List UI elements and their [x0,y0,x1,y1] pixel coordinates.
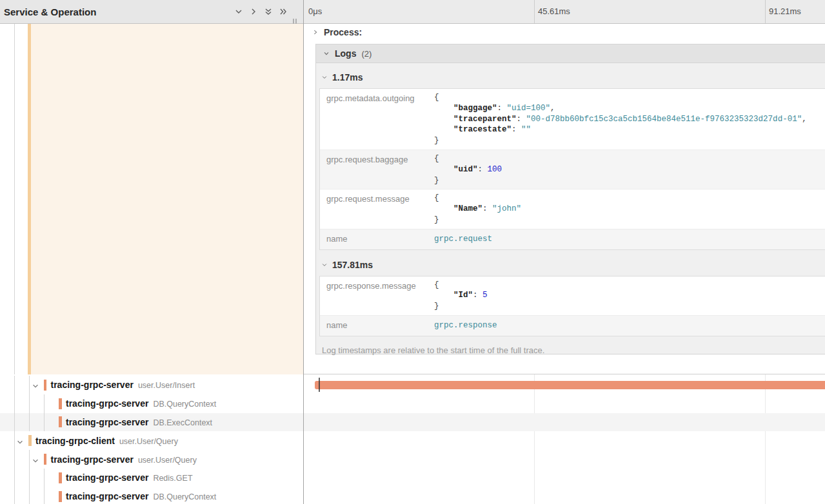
span-operation-name: DB.QueryContext [153,492,216,501]
process-label: Process: [324,27,362,37]
log-timestamp: 157.81ms [332,260,373,270]
span-service-name: tracing-grpc-serverDB.QueryContext [66,398,216,409]
indent-guide [29,376,30,394]
ruler-tick-label: 0μs [308,0,322,23]
keyvalue-row: namegrpc.request [320,229,825,249]
double-chevron-right-icon [279,7,288,16]
log-keyvalues-table: grpc.metadata.outgoing{ "baggage": "uid=… [319,88,825,250]
indent-guide [14,413,15,432]
log-marker-tick[interactable] [319,378,320,392]
keyvalue-value: grpc.request [434,229,825,249]
indent-guide [29,394,30,413]
span-operation-name: user.User/Query [138,456,197,465]
indent-guide [44,487,45,504]
chevron-down-icon [321,74,328,81]
log-entry-toggle[interactable]: 157.81ms [321,250,825,271]
span-color-bar [59,472,62,483]
code-value: grpc.request [434,233,825,246]
collapse-controls [234,7,303,16]
log-timestamp: 1.17ms [332,72,363,82]
indent-guide [14,469,15,487]
span-service-name: tracing-grpc-serverRedis.GET [66,472,193,483]
span-rows: tracing-grpc-serveruser.User/Inserttraci… [0,374,825,504]
trace-timeline-view: { "header": { "title": "Service & Operat… [0,0,825,504]
chevron-down-icon [32,382,39,390]
service-operation-header: Service & Operation [0,0,303,24]
span-color-bar [28,435,32,446]
keyvalue-value: { "Id": 5 } [434,276,825,315]
keyvalue-row: namegrpc.response [320,315,825,336]
indent-guide [14,450,15,469]
chevron-right-icon [249,7,258,16]
keyvalue-key: grpc.metadata.outgoing [320,89,434,150]
chevron-down-icon [16,438,24,446]
span-service-name: tracing-grpc-clientuser.User/Query [35,436,178,446]
indent-guide [14,394,15,413]
span-detail-panel: Process: Logs (2) 1.17msgrpc.metadata.ou… [304,24,825,374]
indent-guide [29,450,30,469]
keyvalue-key: name [320,229,434,249]
span-color-bar [59,416,62,427]
span-expand-chevron[interactable] [32,456,39,463]
json-value: { "uid": 100 } [434,153,825,186]
ruler-tick-line [765,0,766,23]
indent-guide [14,376,15,394]
code-value: grpc.response [434,319,825,333]
logs-accordion-header[interactable]: Logs (2) [316,44,825,63]
span-duration-bar[interactable] [315,381,825,389]
expand-one-level-icon[interactable] [234,7,243,16]
span-row[interactable]: tracing-grpc-serverRedis.GET [0,469,825,487]
keyvalue-row: grpc.metadata.outgoing{ "baggage": "uid=… [320,89,825,150]
keyvalue-value: grpc.response [434,316,825,336]
span-operation-name: user.User/Insert [138,381,195,390]
keyvalue-row: grpc.request.message{ "Name": "john" } [320,189,825,228]
span-color-bar [59,398,62,409]
span-row[interactable]: tracing-grpc-serverDB.QueryContext [0,487,825,504]
chevron-right-icon [312,29,319,35]
span-expand-chevron[interactable] [16,437,24,445]
service-operation-title: Service & Operation [0,6,234,17]
keyvalue-value: { "uid": 100 } [434,150,825,189]
span-service-name: tracing-grpc-serveruser.User/Insert [51,380,195,390]
chevron-down-icon [321,262,328,268]
keyvalue-row: grpc.request.baggage{ "uid": 100 } [320,150,825,189]
indent-guide [44,469,45,487]
indent-guide [29,413,30,432]
logs-count: (2) [361,49,372,59]
json-value: { "Name": "john" } [434,193,825,225]
indent-guide [44,394,45,413]
double-chevron-down-icon [264,7,273,16]
span-color-bar [44,380,47,391]
collapse-one-level-icon[interactable] [249,7,258,16]
indent-guide [14,487,15,504]
span-color-bar [44,454,47,465]
span-row[interactable]: tracing-grpc-serverDB.QueryContext [0,394,825,413]
span-row[interactable]: tracing-grpc-serverDB.ExecContext [0,413,825,432]
keyvalue-key: grpc.request.message [320,189,434,228]
chevron-down-icon [234,7,243,16]
logs-accordion: Logs (2) 1.17msgrpc.metadata.outgoing{ "… [315,44,825,354]
keyvalue-value: { "Name": "john" } [434,189,825,228]
span-service-name: tracing-grpc-serverDB.ExecContext [66,417,212,427]
process-accordion-toggle[interactable]: Process: [312,27,362,37]
ruler-tick-label: 45.61ms [538,0,570,23]
span-row[interactable]: tracing-grpc-serveruser.User/Query [0,450,825,469]
keyvalue-value: { "baggage": "uid=100", "traceparent": "… [434,89,825,150]
logs-label: Logs [335,48,356,59]
keyvalue-key: grpc.request.baggage [320,150,434,189]
logs-content: 1.17msgrpc.metadata.outgoing{ "baggage":… [316,63,825,355]
span-detail-row-left [0,24,303,374]
collapse-all-icon[interactable] [279,7,288,16]
expand-all-icon[interactable] [264,7,273,16]
panel-divider[interactable] [303,0,304,504]
chevron-down-icon [32,457,39,465]
indent-guide [29,487,30,504]
span-expand-chevron[interactable] [32,381,39,389]
log-entry-toggle[interactable]: 1.17ms [321,63,825,84]
span-operation-name: DB.ExecContext [153,418,212,427]
span-service-name: tracing-grpc-serveruser.User/Query [51,454,197,465]
span-row[interactable]: tracing-grpc-clientuser.User/Query [0,431,825,450]
ruler-tick-label: 91.21ms [769,0,801,23]
logs-footer-note: Log timestamps are relative to the start… [322,345,825,355]
json-value: { "Id": 5 } [434,280,825,312]
